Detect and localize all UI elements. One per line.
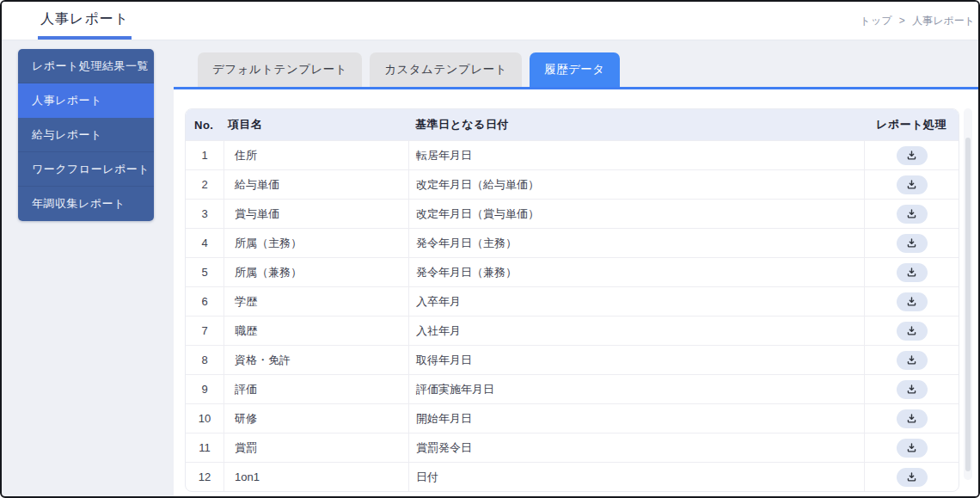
- base-date-cell: 取得年月日: [408, 345, 864, 374]
- report-process-cell: [864, 228, 959, 257]
- download-icon: [906, 442, 917, 453]
- item-name-cell: 給与単価: [224, 169, 408, 199]
- item-name-cell: 学歴: [224, 286, 408, 316]
- scrollbar-thumb[interactable]: [965, 138, 971, 471]
- base-date-cell: 入社年月: [408, 316, 864, 345]
- report-process-cell: [864, 433, 959, 462]
- column-header-item-name: 項目名: [224, 109, 408, 140]
- download-report-button[interactable]: [897, 205, 928, 224]
- base-date-cell: 日付: [408, 462, 864, 491]
- table-row: 5 所属（兼務） 発令年月日（兼務）: [186, 257, 959, 286]
- sidebar-item[interactable]: 給与レポート: [18, 118, 154, 152]
- row-number-cell: 9: [186, 374, 224, 403]
- tab-bar: デフォルトテンプレート カスタムテンプレート 履歴データ: [174, 40, 978, 87]
- base-date-cell: 評価実施年月日: [408, 374, 864, 403]
- breadcrumb-current: 人事レポート: [912, 15, 975, 27]
- report-process-cell: [864, 374, 959, 403]
- sidebar-nav: レポート処理結果一覧 人事レポート 給与レポート ワークフローレポート 年調収集…: [18, 49, 154, 221]
- download-report-button[interactable]: [897, 468, 928, 487]
- report-process-cell: [864, 403, 959, 433]
- report-process-cell: [864, 345, 959, 374]
- row-number-cell: 6: [186, 286, 224, 316]
- sidebar-item[interactable]: レポート処理結果一覧: [18, 49, 154, 83]
- download-icon: [906, 179, 917, 190]
- report-process-cell: [864, 140, 959, 169]
- breadcrumb: トップ > 人事レポート: [861, 14, 977, 28]
- row-number-cell: 11: [186, 433, 224, 462]
- download-report-button[interactable]: [897, 380, 928, 399]
- sidebar-item-label: 年調収集レポート: [32, 196, 126, 212]
- page-title: 人事レポート: [38, 2, 132, 40]
- report-process-cell: [864, 286, 959, 316]
- template-tab[interactable]: カスタムテンプレート: [370, 52, 522, 87]
- download-report-button[interactable]: [897, 409, 928, 428]
- download-report-button[interactable]: [897, 439, 928, 458]
- item-name-cell: 資格・免許: [224, 345, 408, 374]
- main-area: レポート処理結果一覧 人事レポート 給与レポート ワークフローレポート 年調収集…: [2, 40, 978, 496]
- download-report-button[interactable]: [897, 292, 928, 311]
- sidebar-item[interactable]: 年調収集レポート: [18, 187, 154, 221]
- sidebar-item-label: ワークフローレポート: [32, 162, 150, 177]
- row-number-cell: 3: [186, 199, 224, 228]
- table-row: 7 職歴 入社年月: [186, 316, 959, 345]
- sidebar-item-label: レポート処理結果一覧: [32, 58, 149, 74]
- table-row: 4 所属（主務） 発令年月日（主務）: [186, 228, 959, 257]
- item-name-cell: 賞与単価: [224, 199, 408, 228]
- row-number-cell: 1: [186, 140, 224, 169]
- item-name-cell: 所属（兼務）: [224, 257, 408, 286]
- scrollbar-track: [964, 108, 972, 480]
- download-icon: [906, 413, 917, 424]
- row-number-cell: 8: [186, 345, 224, 374]
- table-row: 11 賞罰 賞罰発令日: [186, 433, 959, 462]
- row-number-cell: 2: [186, 169, 224, 199]
- tab-label: カスタムテンプレート: [384, 62, 507, 77]
- sidebar-item-label: 人事レポート: [32, 93, 102, 108]
- sidebar-item[interactable]: 人事レポート: [18, 83, 154, 118]
- sidebar-item-label: 給与レポート: [32, 127, 102, 143]
- item-name-cell: 住所: [224, 140, 408, 169]
- download-icon: [906, 267, 917, 278]
- download-report-button[interactable]: [897, 146, 928, 165]
- download-report-button[interactable]: [897, 234, 928, 253]
- download-report-button[interactable]: [897, 175, 928, 194]
- base-date-cell: 開始年月日: [408, 403, 864, 433]
- report-process-cell: [864, 169, 959, 199]
- base-date-cell: 改定年月日（給与単価）: [408, 169, 864, 199]
- item-name-cell: 職歴: [224, 316, 408, 345]
- report-process-cell: [864, 257, 959, 286]
- history-data-table: No. 項目名 基準日となる日付 レポート処理 1 住所: [185, 108, 959, 492]
- column-header-report-process: レポート処理: [864, 109, 959, 140]
- item-name-cell: 所属（主務）: [224, 228, 408, 257]
- row-number-cell: 12: [186, 462, 224, 491]
- table-row: 10 研修 開始年月日: [186, 403, 959, 433]
- table-body: 1 住所 転居年月日: [186, 140, 959, 491]
- download-icon: [906, 471, 917, 483]
- sidebar-item[interactable]: ワークフローレポート: [18, 152, 154, 187]
- download-icon: [906, 325, 917, 336]
- content-area: デフォルトテンプレート カスタムテンプレート 履歴データ: [174, 40, 978, 496]
- template-tab[interactable]: 履歴データ: [530, 52, 620, 87]
- base-date-cell: 賞罰発令日: [408, 433, 864, 462]
- table-row: 3 賞与単価 改定年月日（賞与単価）: [186, 199, 959, 228]
- download-icon: [906, 208, 917, 219]
- content-card: No. 項目名 基準日となる日付 レポート処理 1 住所: [174, 89, 978, 496]
- row-number-cell: 10: [186, 403, 224, 433]
- download-report-button[interactable]: [897, 263, 928, 282]
- base-date-cell: 発令年月日（兼務）: [408, 257, 864, 286]
- tab-label: 履歴データ: [544, 62, 605, 77]
- download-report-button[interactable]: [897, 322, 928, 341]
- item-name-cell: 評価: [224, 374, 408, 403]
- table-row: 2 給与単価 改定年月日（給与単価）: [186, 169, 959, 199]
- report-process-cell: [864, 199, 959, 228]
- download-report-button[interactable]: [897, 351, 928, 370]
- item-name-cell: 賞罰: [224, 433, 408, 462]
- breadcrumb-link-top[interactable]: トップ: [861, 15, 892, 27]
- table-row: 8 資格・免許 取得年月日: [186, 345, 959, 374]
- report-process-cell: [864, 462, 959, 491]
- column-header-no: No.: [186, 109, 224, 140]
- table-row: 1 住所 転居年月日: [186, 140, 959, 169]
- base-date-cell: 発令年月日（主務）: [408, 228, 864, 257]
- item-name-cell: 1on1: [224, 462, 408, 491]
- template-tab[interactable]: デフォルトテンプレート: [198, 52, 362, 87]
- app-window: 人事レポート トップ > 人事レポート レポート処理結果一覧 人事レポート 給与…: [0, 0, 980, 498]
